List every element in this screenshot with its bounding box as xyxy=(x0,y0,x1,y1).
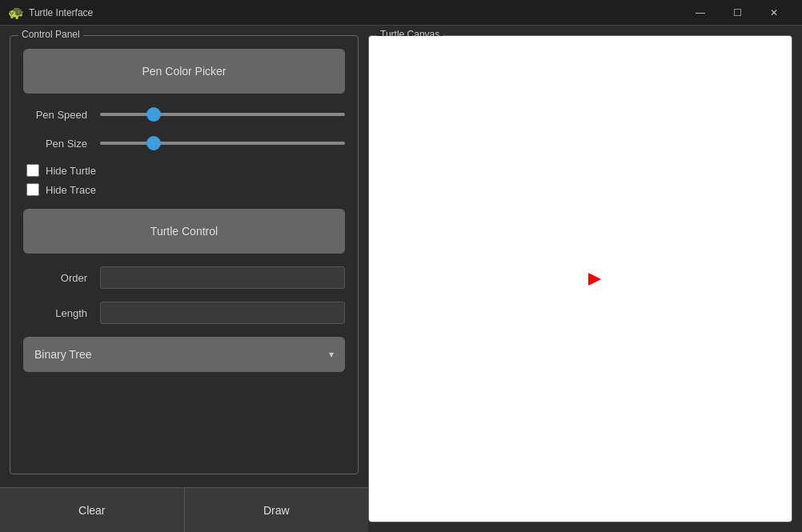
close-button[interactable]: ✕ xyxy=(756,0,792,26)
shape-dropdown[interactable]: Binary Tree ▾ xyxy=(23,337,345,372)
turtle-cursor xyxy=(588,273,601,286)
clear-button[interactable]: Clear xyxy=(0,487,184,532)
order-row: Order xyxy=(23,266,345,289)
draw-button[interactable]: Draw xyxy=(184,487,369,532)
canvas-container: Turtle Canvas xyxy=(368,35,792,522)
pen-color-picker-button[interactable]: Pen Color Picker xyxy=(23,49,345,94)
turtle-control-button[interactable]: Turtle Control xyxy=(23,209,345,254)
window-controls: — ☐ ✕ xyxy=(682,0,792,26)
left-panel: Control Panel Pen Color Picker Pen Speed… xyxy=(0,26,368,532)
chevron-down-icon: ▾ xyxy=(329,349,334,360)
pen-speed-slider[interactable] xyxy=(100,113,345,116)
control-panel: Control Panel Pen Color Picker Pen Speed… xyxy=(10,35,359,474)
shape-dropdown-wrapper: Binary Tree ▾ xyxy=(23,337,345,372)
app-icon: 🐢 xyxy=(10,6,22,19)
order-label: Order xyxy=(23,272,87,284)
pen-size-slider[interactable] xyxy=(100,142,345,145)
maximize-button[interactable]: ☐ xyxy=(719,0,756,26)
length-label: Length xyxy=(23,307,87,319)
dropdown-selected-label: Binary Tree xyxy=(34,348,92,361)
titlebar: 🐢 Turtle Interface — ☐ ✕ xyxy=(0,0,802,26)
minimize-button[interactable]: — xyxy=(682,0,719,26)
order-input[interactable] xyxy=(100,266,345,289)
length-input[interactable] xyxy=(100,302,345,324)
hide-turtle-checkbox[interactable] xyxy=(26,164,39,177)
control-panel-label: Control Panel xyxy=(18,29,83,40)
bottom-buttons: Clear Draw xyxy=(0,487,368,532)
titlebar-title: Turtle Interface xyxy=(29,7,682,18)
pen-size-slider-wrapper xyxy=(100,135,345,151)
hide-turtle-row: Hide Turtle xyxy=(26,164,345,177)
hide-trace-label: Hide Trace xyxy=(46,184,96,196)
main-layout: Control Panel Pen Color Picker Pen Speed… xyxy=(0,26,802,532)
pen-speed-slider-wrapper xyxy=(100,106,345,122)
hide-trace-checkbox[interactable] xyxy=(26,183,39,196)
pen-size-label: Pen Size xyxy=(23,138,87,150)
pen-size-row: Pen Size xyxy=(23,135,345,151)
turtle-canvas[interactable] xyxy=(369,36,792,522)
length-row: Length xyxy=(23,302,345,324)
pen-speed-label: Pen Speed xyxy=(23,109,87,121)
hide-turtle-label: Hide Turtle xyxy=(46,165,96,177)
right-panel: Turtle Canvas xyxy=(368,26,802,532)
checkboxes-group: Hide Turtle Hide Trace xyxy=(23,164,345,196)
pen-speed-row: Pen Speed xyxy=(23,106,345,122)
hide-trace-row: Hide Trace xyxy=(26,183,345,196)
